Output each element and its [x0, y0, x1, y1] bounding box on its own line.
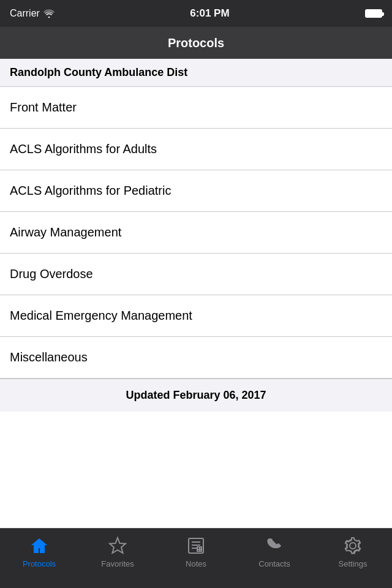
protocol-list: Front MatterACLS Algorithms for AdultsAC… — [0, 87, 392, 379]
star-icon — [107, 535, 129, 557]
list-item-medical-emergency[interactable]: Medical Emergency Management — [0, 295, 392, 337]
list-item-acls-adults[interactable]: ACLS Algorithms for Adults — [0, 129, 392, 170]
tab-settings-label: Settings — [339, 559, 368, 568]
notes-icon — [185, 535, 207, 557]
tab-favorites-label: Favorites — [101, 559, 134, 568]
list-item-front-matter[interactable]: Front Matter — [0, 87, 392, 129]
tab-notes-label: Notes — [186, 559, 206, 568]
carrier-label: Carrier — [10, 8, 40, 19]
list-item-label-airway-management: Airway Management — [10, 225, 121, 239]
list-item-label-medical-emergency: Medical Emergency Management — [10, 309, 192, 323]
footer-note-text: Updated February 06, 2017 — [126, 389, 266, 401]
list-item-label-acls-adults: ACLS Algorithms for Adults — [10, 142, 157, 156]
nav-title: Protocols — [168, 36, 224, 50]
list-item-miscellaneous[interactable]: Miscellaneous — [0, 337, 392, 379]
carrier-wifi: Carrier — [10, 8, 55, 19]
phone-icon — [263, 535, 285, 557]
gear-icon — [342, 535, 364, 557]
nav-bar: Protocols — [0, 27, 392, 59]
tab-contacts[interactable]: Contacts — [235, 535, 314, 568]
tab-settings[interactable]: Settings — [314, 535, 392, 568]
list-item-label-miscellaneous: Miscellaneous — [10, 350, 88, 364]
battery-indicator — [365, 9, 382, 18]
time-label: 6:01 PM — [190, 7, 229, 20]
list-item-label-acls-pediatric: ACLS Algorithms for Pediatric — [10, 184, 171, 198]
tab-notes[interactable]: Notes — [157, 535, 235, 568]
section-header: Randolph County Ambulance Dist — [0, 59, 392, 87]
section-header-text: Randolph County Ambulance Dist — [10, 66, 187, 78]
list-item-label-front-matter: Front Matter — [10, 100, 77, 115]
list-item-airway-management[interactable]: Airway Management — [0, 212, 392, 254]
tab-bar: Protocols Favorites Notes — [0, 528, 392, 588]
svg-marker-0 — [110, 538, 126, 553]
main-content: Randolph County Ambulance Dist Front Mat… — [0, 59, 392, 528]
home-icon — [28, 535, 50, 557]
tab-protocols-label: Protocols — [23, 559, 56, 568]
footer-note: Updated February 06, 2017 — [0, 379, 392, 412]
tab-protocols[interactable]: Protocols — [0, 535, 78, 568]
list-item-label-drug-overdose: Drug Overdose — [10, 267, 93, 281]
list-item-drug-overdose[interactable]: Drug Overdose — [0, 254, 392, 295]
wifi-icon — [43, 9, 55, 18]
status-bar: Carrier 6:01 PM — [0, 0, 392, 27]
tab-favorites[interactable]: Favorites — [78, 535, 157, 568]
list-item-acls-pediatric[interactable]: ACLS Algorithms for Pediatric — [0, 170, 392, 212]
tab-contacts-label: Contacts — [258, 559, 290, 568]
